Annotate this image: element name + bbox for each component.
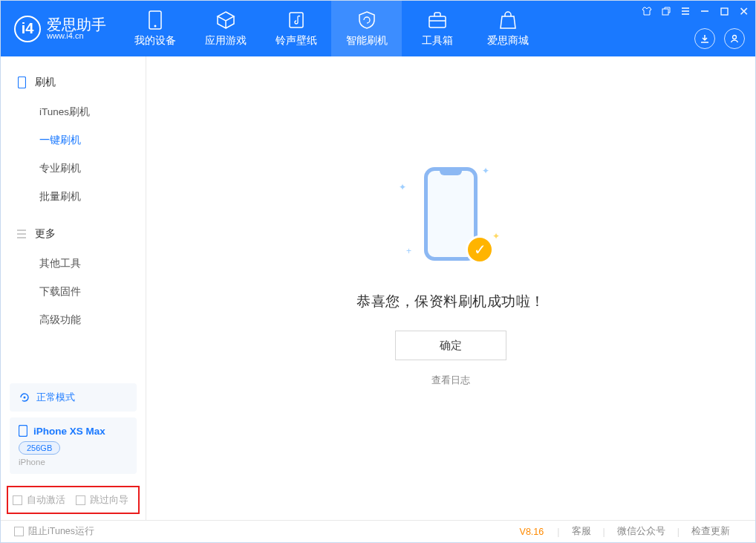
checkbox-icon <box>76 495 85 505</box>
confirm-button[interactable]: 确定 <box>395 331 506 360</box>
checkbox-icon <box>13 495 22 505</box>
header-right-icons <box>694 28 745 49</box>
checkbox-block-itunes[interactable]: 阻止iTunes运行 <box>14 525 94 538</box>
tab-store[interactable]: 爱思商城 <box>472 1 543 56</box>
close-button[interactable]: ✕ <box>737 5 749 17</box>
music-icon <box>287 10 306 30</box>
device-type: iPhone <box>19 458 128 466</box>
device-capacity: 256GB <box>19 441 60 455</box>
briefcase-icon <box>428 10 447 30</box>
checkbox-label: 自动激活 <box>27 493 65 507</box>
sidebar: 刷机 iTunes刷机 一键刷机 专业刷机 批量刷机 更多 其他工具 下载固件 … <box>1 56 146 520</box>
sparkle-icon: ✦ <box>492 231 500 241</box>
footer-right: V8.16 | 客服 | 微信公众号 | 检查更新 <box>520 525 742 538</box>
sidebar-item-itunes-flash[interactable]: iTunes刷机 <box>1 98 146 126</box>
bag-icon <box>498 10 518 30</box>
svg-point-1 <box>154 25 156 27</box>
tab-apps-games[interactable]: 应用游戏 <box>190 1 261 56</box>
window-controls: ✕ <box>641 5 749 17</box>
tab-label: 智能刷机 <box>346 34 388 48</box>
app-header: i4 爱思助手 www.i4.cn 我的设备 应用游戏 铃声壁纸 智能刷机 工具… <box>1 1 755 56</box>
svg-rect-2 <box>290 13 303 27</box>
svg-rect-9 <box>19 426 27 437</box>
sparkle-icon: ✦ <box>482 166 489 176</box>
svg-point-8 <box>24 397 26 399</box>
tab-label: 工具箱 <box>422 34 453 48</box>
svg-rect-7 <box>18 77 25 88</box>
refresh-shield-icon <box>357 10 377 30</box>
options-highlight-box: 自动激活 跳过向导 <box>7 486 140 514</box>
svg-rect-5 <box>662 9 668 15</box>
detach-icon[interactable] <box>660 5 672 17</box>
sidebar-group-flash: 刷机 <box>1 71 146 94</box>
sidebar-item-other-tools[interactable]: 其他工具 <box>1 250 146 278</box>
tab-ringtones[interactable]: 铃声壁纸 <box>261 1 331 56</box>
svg-rect-6 <box>721 8 728 15</box>
group-label: 更多 <box>35 227 56 241</box>
tab-smart-flash[interactable]: 智能刷机 <box>331 1 402 56</box>
checkbox-skip-guide[interactable]: 跳过向导 <box>76 493 128 507</box>
device-mode-card[interactable]: 正常模式 <box>10 383 137 412</box>
phone-small-icon <box>16 77 27 88</box>
logo-icon: i4 <box>14 16 41 42</box>
tab-label: 应用游戏 <box>205 34 247 48</box>
device-panel: 正常模式 iPhone XS Max 256GB iPhone <box>10 383 137 474</box>
sidebar-item-pro-flash[interactable]: 专业刷机 <box>1 155 146 183</box>
device-name-row: iPhone XS Max <box>19 425 128 437</box>
sparkle-icon: ✦ <box>399 182 406 192</box>
logo-text: 爱思助手 www.i4.cn <box>47 17 106 40</box>
device-name: iPhone XS Max <box>33 426 105 437</box>
cube-icon <box>216 10 235 30</box>
checkbox-auto-activate[interactable]: 自动激活 <box>13 493 65 507</box>
sidebar-item-oneclick-flash[interactable]: 一键刷机 <box>1 126 146 155</box>
success-message: 恭喜您，保资料刷机成功啦！ <box>356 292 545 311</box>
minimize-button[interactable] <box>699 5 711 17</box>
sidebar-item-adv-func[interactable]: 高级功能 <box>1 306 146 334</box>
user-button[interactable] <box>724 28 745 49</box>
menu-icon[interactable] <box>680 5 691 17</box>
tab-my-device[interactable]: 我的设备 <box>120 1 190 56</box>
main-content: ✦ ✦ + ✦ ✓ 恭喜您，保资料刷机成功啦！ 确定 查看日志 <box>146 56 755 520</box>
download-button[interactable] <box>694 28 715 49</box>
mode-label: 正常模式 <box>36 391 75 404</box>
check-badge-icon: ✓ <box>466 235 494 264</box>
footer: 阻止iTunes运行 V8.16 | 客服 | 微信公众号 | 检查更新 <box>1 520 755 542</box>
support-link[interactable]: 客服 <box>560 525 603 538</box>
tab-label: 爱思商城 <box>487 34 529 48</box>
svg-rect-3 <box>429 16 446 27</box>
app-name-cn: 爱思助手 <box>47 17 106 32</box>
body-area: 刷机 iTunes刷机 一键刷机 专业刷机 批量刷机 更多 其他工具 下载固件 … <box>1 56 755 520</box>
sidebar-item-batch-flash[interactable]: 批量刷机 <box>1 183 146 211</box>
tshirt-icon[interactable] <box>641 5 653 17</box>
checkbox-label: 跳过向导 <box>90 493 128 507</box>
svg-point-4 <box>733 36 737 39</box>
success-illustration: ✦ ✦ + ✦ ✓ <box>384 160 518 279</box>
tab-toolbox[interactable]: 工具箱 <box>402 1 472 56</box>
logo-area: i4 爱思助手 www.i4.cn <box>1 16 120 42</box>
tab-label: 我的设备 <box>134 34 176 48</box>
checkbox-icon <box>14 527 24 536</box>
sidebar-item-download-fw[interactable]: 下载固件 <box>1 278 146 306</box>
maximize-button[interactable] <box>718 5 730 17</box>
check-update-link[interactable]: 检查更新 <box>680 525 742 538</box>
app-name-en: www.i4.cn <box>47 32 106 40</box>
list-icon <box>16 228 27 240</box>
device-info-card[interactable]: iPhone XS Max 256GB iPhone <box>10 417 137 474</box>
view-log-link[interactable]: 查看日志 <box>431 374 470 387</box>
sidebar-group-more: 更多 <box>1 223 146 245</box>
sparkle-icon: + <box>406 246 411 256</box>
checkbox-label: 阻止iTunes运行 <box>28 525 94 538</box>
tab-label: 铃声壁纸 <box>276 34 317 48</box>
phone-icon <box>146 10 165 30</box>
wechat-link[interactable]: 微信公众号 <box>605 525 677 538</box>
device-phone-icon <box>19 425 27 437</box>
version-label: V8.16 <box>520 527 544 537</box>
refresh-icon <box>19 391 30 403</box>
group-label: 刷机 <box>35 76 56 89</box>
nav-tabs: 我的设备 应用游戏 铃声壁纸 智能刷机 工具箱 爱思商城 <box>120 1 543 56</box>
